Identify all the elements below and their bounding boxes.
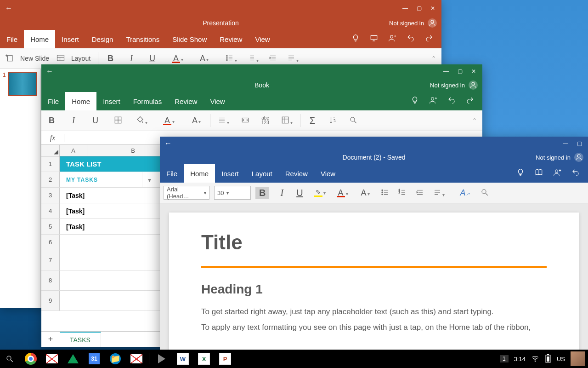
tab-home[interactable]: Home (24, 30, 55, 48)
tab-transitions[interactable]: Transitions (119, 30, 166, 48)
row-header[interactable]: 9 (41, 291, 60, 310)
bullets-icon[interactable] (381, 188, 389, 198)
italic-button[interactable]: I (128, 54, 135, 63)
avatar-icon[interactable] (574, 153, 583, 162)
share-icon[interactable] (429, 96, 437, 107)
font-color-button[interactable]: A▾ (335, 188, 350, 198)
merge-icon[interactable] (241, 116, 249, 126)
number-format-button[interactable]: abc 123 (261, 116, 269, 125)
avatar-icon[interactable] (469, 80, 478, 90)
bold-button[interactable]: B (106, 54, 115, 63)
cell-task[interactable]: [Task] (60, 203, 156, 218)
powerpoint-app-icon[interactable]: P (216, 350, 234, 368)
collapse-ribbon-icon[interactable]: ⌃ (431, 55, 436, 62)
collapse-ribbon-icon[interactable]: ⌃ (472, 117, 477, 124)
search-icon[interactable] (1, 350, 18, 368)
slide-thumb-1[interactable]: 1 (0, 69, 40, 99)
calendar-icon[interactable]: 31 (85, 350, 103, 368)
numbering-icon[interactable]: 12 (398, 188, 407, 198)
lightbulb-icon[interactable] (516, 168, 525, 179)
signin-label[interactable]: Not signed in (430, 82, 465, 89)
undo-icon[interactable] (571, 168, 580, 179)
sheet-tasks[interactable]: TASKS (60, 332, 101, 347)
back-icon[interactable]: ← (43, 67, 56, 75)
signin-label[interactable]: Not signed in (389, 20, 424, 27)
tab-view[interactable]: View (204, 92, 231, 110)
tab-design[interactable]: Design (85, 30, 120, 48)
doc-paragraph-1[interactable]: To get started right away, just tap any … (201, 304, 547, 320)
user-avatar[interactable] (571, 351, 585, 366)
row-header[interactable]: 2 (41, 172, 60, 187)
bold-button[interactable]: B (255, 187, 269, 199)
row-header[interactable]: 7 (41, 250, 60, 270)
select-all-corner[interactable]: ◢ (41, 145, 60, 156)
indent-icon[interactable] (416, 188, 424, 198)
xls-titlebar[interactable]: ← — ▢ ✕ (41, 64, 482, 78)
play-store-icon[interactable] (153, 350, 170, 368)
align-icon[interactable]: ▾ (218, 116, 229, 126)
cell-task[interactable]: [Task] (60, 188, 156, 203)
doc-paragraph-2[interactable]: To apply any text formatting you see on … (201, 320, 547, 335)
layout-button[interactable]: Layout (71, 55, 90, 62)
borders-icon[interactable] (114, 116, 122, 126)
row-header[interactable]: 6 (41, 235, 60, 250)
minimize-icon[interactable]: — (398, 1, 412, 15)
minimize-icon[interactable]: — (559, 137, 572, 150)
underline-button[interactable]: U (294, 188, 305, 198)
cell-my-tasks[interactable]: MY TASKS (60, 172, 142, 187)
autosum-icon[interactable]: Σ (308, 115, 317, 126)
font-size-combo[interactable]: 30▾ (214, 186, 251, 200)
row-header[interactable]: 4 (41, 203, 60, 218)
fill-color-icon[interactable]: ▾ (136, 116, 147, 126)
underline-button[interactable]: U (90, 116, 100, 126)
tab-review[interactable]: Review (168, 92, 204, 110)
gmail-icon[interactable] (43, 350, 61, 368)
add-sheet-button[interactable]: + (41, 334, 60, 344)
bold-button[interactable]: B (47, 116, 57, 126)
lightbulb-icon[interactable] (411, 96, 419, 107)
filter-icon[interactable]: ▾ (142, 172, 156, 187)
excel-app-icon[interactable]: X (195, 350, 213, 368)
row-header[interactable]: 3 (41, 188, 60, 203)
lightbulb-icon[interactable] (351, 34, 360, 45)
italic-button[interactable]: I (70, 116, 77, 126)
paragraph-icon[interactable]: ▾ (287, 54, 299, 63)
tab-formulas[interactable]: Formulas (127, 92, 169, 110)
tab-view[interactable]: View (314, 164, 342, 183)
share-icon[interactable] (388, 34, 396, 45)
signin-label[interactable]: Not signed in (536, 154, 571, 161)
close-icon[interactable]: ✕ (426, 1, 440, 15)
tab-file[interactable]: File (0, 30, 24, 48)
minimize-icon[interactable]: — (439, 64, 453, 78)
tab-review[interactable]: Review (279, 164, 314, 183)
paragraph-icon[interactable]: ▾ (433, 188, 445, 198)
undo-icon[interactable] (407, 34, 415, 45)
word-app-icon[interactable]: W (174, 350, 192, 368)
layout-icon[interactable] (57, 54, 65, 63)
doc-title[interactable]: Title (201, 231, 547, 254)
font-size-button[interactable]: A▾ (198, 54, 210, 63)
maximize-icon[interactable]: ▢ (412, 1, 426, 15)
gmail-icon-2[interactable] (128, 350, 145, 368)
tab-layout[interactable]: Layout (245, 164, 279, 183)
font-color-button[interactable]: A▾ (161, 116, 176, 126)
styles-button[interactable]: A↗ (458, 188, 471, 198)
wrd-titlebar[interactable]: ← — ▢ (160, 137, 588, 150)
underline-button[interactable]: U (147, 54, 157, 63)
document-canvas[interactable]: Title Heading 1 To get started right awa… (160, 203, 588, 368)
tab-insert[interactable]: Insert (215, 164, 245, 183)
sort-icon[interactable] (329, 116, 337, 126)
battery-icon[interactable] (545, 354, 551, 364)
find-icon[interactable] (481, 188, 489, 198)
font-name-combo[interactable]: Arial (Head…▾ (164, 186, 209, 200)
italic-button[interactable]: I (278, 188, 285, 198)
share-icon[interactable] (553, 168, 561, 179)
present-icon[interactable] (370, 34, 378, 45)
row-header[interactable]: 8 (41, 270, 60, 290)
close-icon[interactable]: ✕ (467, 64, 481, 78)
avatar-icon[interactable] (428, 18, 437, 28)
language-indicator[interactable]: US (557, 356, 565, 362)
undo-icon[interactable] (447, 96, 456, 107)
row-header[interactable]: 1 (41, 156, 60, 172)
doc-heading1[interactable]: Heading 1 (201, 282, 547, 297)
